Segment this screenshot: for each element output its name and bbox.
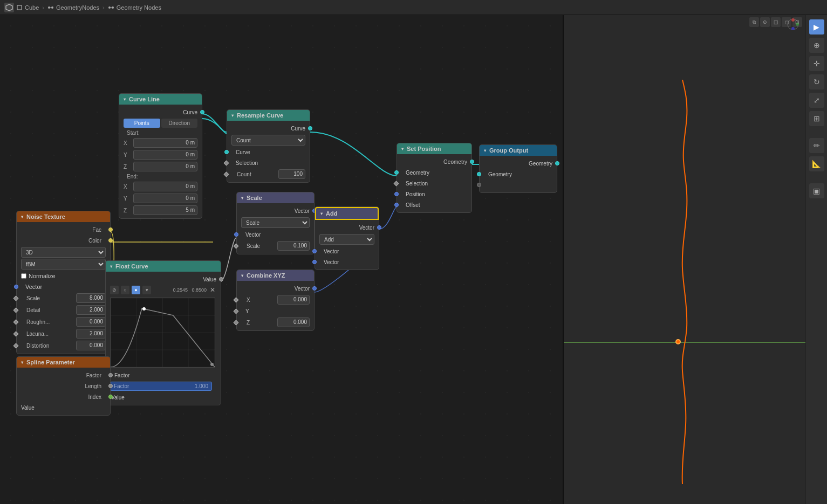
breadcrumb-cube[interactable]: Cube	[16, 4, 39, 11]
viewport-icon-3[interactable]: ◫	[771, 17, 781, 27]
spline-index-socket[interactable]	[108, 395, 113, 399]
curve-line-curve-out: Curve	[119, 107, 202, 118]
set-position-selection: Selection	[397, 178, 471, 189]
select-tool-button[interactable]: ▶	[809, 19, 824, 34]
noise-type-select[interactable]: fBM	[21, 259, 106, 270]
resample-count-field[interactable]: 100	[278, 169, 305, 179]
spline-length-socket[interactable]	[108, 384, 113, 388]
float-curve-value-out-socket[interactable]	[219, 277, 223, 281]
noise-detail-field[interactable]: 2.000	[76, 305, 106, 315]
node-spline-parameter: ▾ Spline Parameter Factor Length Index V…	[16, 356, 111, 416]
noise-distortion-socket[interactable]	[13, 343, 19, 348]
group-output-geom-in-socket[interactable]	[477, 172, 481, 176]
spline-parameter-header[interactable]: ▾ Spline Parameter	[17, 357, 110, 368]
scale-header[interactable]: ▾ Scale	[237, 192, 314, 203]
combine-xyz-z-field[interactable]: 0.000	[277, 317, 310, 327]
set-position-sel-socket[interactable]	[394, 181, 399, 186]
curve-out-socket[interactable]	[200, 110, 204, 114]
end-y-field[interactable]: 0 m	[133, 194, 197, 203]
set-position-header[interactable]: ▾ Set Position	[397, 143, 471, 154]
resample-mode-select[interactable]: Count	[231, 135, 305, 146]
cursor-tool-button[interactable]: ⊕	[809, 38, 824, 53]
curve-tb-btn2[interactable]: ○	[121, 286, 129, 294]
combine-xyz-x-socket[interactable]	[234, 297, 239, 302]
resample-curve-out-socket[interactable]	[308, 126, 312, 130]
set-position-geom-out-socket[interactable]	[470, 160, 474, 164]
add-header[interactable]: ▾ Add	[315, 207, 379, 220]
resample-curve-in-socket[interactable]	[224, 150, 229, 154]
add-vector1-socket[interactable]	[312, 249, 317, 253]
end-x-row: X 0 m	[119, 181, 202, 192]
move-tool-button[interactable]: ✛	[809, 56, 824, 71]
combine-xyz-header[interactable]: ▾ Combine XYZ	[237, 270, 314, 281]
rotate-tool-button[interactable]: ↻	[809, 74, 824, 89]
float-curve-header[interactable]: ▾ Float Curve	[106, 261, 221, 272]
annotate-tool-button[interactable]: ✏	[809, 138, 824, 153]
node-editor-canvas[interactable]: ▾ Curve Line Curve Points Direction Star…	[0, 15, 563, 504]
noise-detail-socket[interactable]	[13, 307, 19, 313]
breadcrumb-geometry-nodes-2[interactable]: Geometry Nodes	[108, 4, 161, 11]
noise-texture-header[interactable]: ▾ Noise Texture	[17, 211, 110, 222]
noise-lacunarity-field[interactable]: 2.000	[76, 329, 106, 339]
breadcrumb-geometry-nodes-1[interactable]: GeometryNodes	[47, 4, 99, 11]
scale-tool-button[interactable]: ⤢	[809, 93, 824, 108]
scale-scale-socket[interactable]	[234, 243, 239, 248]
noise-vector-socket[interactable]	[14, 285, 18, 289]
set-position-pos-socket[interactable]	[394, 192, 399, 196]
combine-xyz-out-socket[interactable]	[312, 286, 317, 291]
add-vector2-socket[interactable]	[312, 260, 317, 264]
spline-value-row: Value	[17, 402, 110, 413]
noise-scale-socket[interactable]	[13, 295, 19, 301]
scale-mode-select[interactable]: Scale	[241, 217, 310, 228]
combine-xyz-y-socket[interactable]	[234, 308, 239, 314]
combine-xyz-x-field[interactable]: 0.000	[277, 295, 310, 305]
resample-curve-header[interactable]: ▾ Resample Curve	[227, 110, 310, 121]
curve-tb-btn4[interactable]: ▾	[142, 286, 151, 294]
noise-color-socket[interactable]	[108, 238, 113, 243]
end-x-field[interactable]: 0 m	[133, 182, 197, 191]
start-y-field[interactable]: 0 m	[133, 150, 197, 160]
viewport-icon-2[interactable]: ⊙	[760, 17, 770, 27]
start-x-row: X 0 m	[119, 137, 202, 149]
curve-tb-btn3[interactable]: ●	[132, 286, 140, 294]
direction-button[interactable]: Direction	[161, 119, 198, 128]
scale-scale-field[interactable]: 0.100	[277, 241, 310, 251]
spline-factor-socket[interactable]	[108, 373, 113, 377]
curve-tb-btn1[interactable]: ⊘	[110, 286, 119, 294]
svg-rect-1	[17, 5, 22, 10]
start-z-field[interactable]: 0 m	[133, 162, 197, 171]
transform-tool-button[interactable]: ⊞	[809, 111, 824, 126]
noise-roughness-field[interactable]: 0.000	[76, 317, 106, 327]
noise-fac-socket[interactable]	[108, 227, 113, 232]
curve-close-btn[interactable]: ✕	[209, 286, 216, 294]
add-cube-button[interactable]: ▣	[809, 183, 824, 198]
viewport-icon-1[interactable]: ⧉	[749, 17, 759, 27]
float-curve-factor-field[interactable]: Factor 1.000	[110, 382, 212, 391]
group-output-header[interactable]: ▾ Group Output	[480, 145, 557, 156]
noise-lacunarity-socket[interactable]	[13, 331, 19, 336]
viewport-gizmo[interactable]	[786, 17, 800, 31]
noise-roughness-socket[interactable]	[13, 319, 19, 325]
noise-scale-field[interactable]: 8.000	[76, 293, 106, 303]
combine-xyz-z-socket[interactable]	[234, 320, 239, 325]
set-position-offset-socket[interactable]	[394, 203, 399, 207]
noise-normalize-check[interactable]	[21, 273, 26, 279]
add-vector-out-socket[interactable]	[377, 225, 381, 230]
end-z-field[interactable]: 5 m	[133, 205, 197, 215]
resample-count-socket[interactable]	[224, 171, 229, 177]
set-position-geom-in-socket[interactable]	[394, 170, 399, 175]
group-output-extra-socket[interactable]	[477, 183, 481, 187]
points-button[interactable]: Points	[124, 119, 160, 128]
resample-selection-socket[interactable]	[224, 160, 229, 165]
curve-line-header[interactable]: ▾ Curve Line	[119, 94, 202, 105]
start-x-field[interactable]: 0 m	[133, 138, 197, 148]
3d-viewport[interactable]: ▶ ⊕ ✛ ↻ ⤢ ⊞ ✏ 📐 ▣ ⧉ ⊙ ◫ ◻ ⊡	[563, 15, 827, 504]
noise-distortion-field[interactable]: 0.000	[76, 341, 106, 350]
measure-tool-button[interactable]: 📐	[809, 156, 824, 171]
scale-vector-in-socket[interactable]	[234, 232, 238, 237]
group-output-geom-out-socket[interactable]	[555, 161, 559, 165]
noise-dim-select[interactable]: 3D	[21, 247, 106, 258]
float-curve-graph[interactable]	[110, 298, 215, 368]
add-mode-select[interactable]: Add	[319, 234, 374, 245]
svg-marker-0	[6, 4, 12, 11]
